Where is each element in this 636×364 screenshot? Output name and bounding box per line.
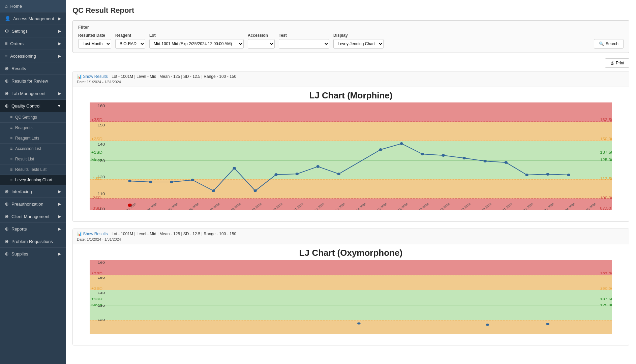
reagent-select[interactable]: BIO-RAD Other: [115, 39, 145, 49]
sidebar-item-label: Accessioning: [10, 54, 36, 59]
svg-text:125.00: 125.00: [600, 158, 612, 162]
sidebar-item-results-tests-list[interactable]: ≡ Results Tests List: [0, 164, 66, 175]
sidebar-item-label: Home: [10, 4, 22, 9]
svg-text:150: 150: [97, 276, 105, 279]
chart-morphine-wrap: +3SD +2SD +1SD Mean -1SD -2SD -3SD 162.5…: [73, 102, 629, 221]
sidebar-item-preauthorization[interactable]: ⊕ Preauthorization ▶: [0, 198, 66, 210]
svg-point-42: [379, 148, 382, 151]
test-field: Test: [279, 33, 329, 49]
svg-point-43: [400, 142, 403, 145]
svg-point-40: [316, 165, 320, 168]
sidebar-item-label: Results: [11, 66, 26, 71]
svg-point-49: [525, 174, 528, 176]
circle-plus-icon: ⊕: [5, 103, 9, 109]
chevron-icon: ▶: [58, 227, 61, 231]
svg-point-36: [233, 167, 236, 170]
sidebar-item-reagent-lots[interactable]: ≡ Reagent Lots: [0, 133, 66, 144]
sidebar-item-result-list[interactable]: ≡ Result List: [0, 154, 66, 164]
svg-text:-2SD: -2SD: [91, 196, 101, 200]
svg-point-34: [191, 179, 194, 181]
print-button[interactable]: 🖨 Print: [605, 58, 629, 68]
user-icon: 👤: [5, 16, 10, 21]
test-label: Test: [279, 33, 329, 38]
lot-label: Lot: [149, 33, 244, 38]
sidebar-item-lab-management[interactable]: ⊕ Lab Management ▶: [0, 87, 66, 100]
chart-icon-2: 📊: [77, 232, 82, 236]
sidebar-item-levey-jenning-chart[interactable]: ≡ Levey Jenning Chart: [0, 175, 66, 185]
resulted-date-select[interactable]: Last Month This Month Last Week Custom: [78, 39, 111, 49]
circle-plus-icon: ⊕: [5, 189, 9, 194]
test-select[interactable]: [279, 39, 329, 49]
sidebar-item-interfacing[interactable]: ⊕ Interfacing ▶: [0, 185, 66, 198]
chart-icon-1: 📊: [77, 74, 82, 79]
svg-text:150.00: 150.00: [600, 287, 612, 290]
sidebar-item-label: Problem Requisitions: [11, 239, 53, 244]
chart-oxymorphone-svg: +3SD +2SD +1SD Mean 162.50 150.00 137.50…: [90, 260, 612, 334]
svg-rect-0: [90, 102, 612, 122]
chart-oxymorphone-lot-info: Lot - 1001M | Level - Mid | Mean - 125 |…: [112, 232, 236, 236]
svg-text:150: 150: [97, 123, 105, 127]
sidebar-item-results-for-review[interactable]: ⊕ Results for Review: [0, 75, 66, 87]
circle-plus-icon: ⊕: [5, 226, 9, 232]
chevron-icon: ▶: [58, 54, 61, 58]
gear-icon: ⚙: [5, 28, 9, 34]
print-button-label: Print: [616, 61, 624, 65]
filter-box: Filter Resulted Date Last Month This Mon…: [72, 20, 629, 53]
printer-icon: 🖨: [610, 61, 614, 65]
search-button[interactable]: 🔍 Search: [594, 39, 624, 49]
svg-point-38: [274, 173, 278, 176]
sidebar-sub-item-label: Results Tests List: [15, 167, 47, 172]
sidebar-item-reagents[interactable]: ≡ Reagents: [0, 123, 66, 133]
sidebar-item-client-management[interactable]: ⊕ Client Management ▶: [0, 210, 66, 223]
accession-label: Accession: [248, 33, 275, 38]
reagent-label: Reagent: [115, 33, 145, 38]
accession-select[interactable]: [248, 39, 275, 49]
sidebar-item-supplies[interactable]: ⊕ Supplies ▶: [0, 248, 66, 260]
home-icon: ⌂: [5, 3, 7, 9]
sidebar-item-results[interactable]: ⊕ Results: [0, 62, 66, 75]
svg-text:130: 130: [97, 304, 105, 307]
sidebar-item-label: Lab Management: [11, 91, 46, 96]
svg-text:+2SD: +2SD: [91, 287, 102, 290]
sidebar-item-qc-settings[interactable]: ≡ QC Settings: [0, 112, 66, 123]
sidebar-item-accession-list[interactable]: ≡ Accession List: [0, 144, 66, 154]
sidebar-item-problem-requisitions[interactable]: ⊕ Problem Requisitions: [0, 235, 66, 248]
chevron-down-icon: ▼: [57, 104, 61, 108]
lot-field: Lot Mid-1001 Mid (Exp 2/25/2024 12:00:00…: [149, 33, 244, 49]
sidebar-item-reports[interactable]: ⊕ Reports ▶: [0, 223, 66, 235]
sidebar-sub-item-label: Reagents: [15, 125, 32, 130]
filter-label: Filter: [78, 25, 624, 30]
show-results-link-2[interactable]: 📊 Show Results: [77, 232, 109, 236]
sidebar-item-label: Orders: [10, 41, 24, 46]
sidebar-item-quality-control[interactable]: ⊕ Quality Control ▼: [0, 100, 66, 112]
circle-plus-icon: ⊕: [5, 239, 9, 244]
sidebar: ⌂ Home 👤 Access Management ▶ ⚙ Settings …: [0, 0, 66, 364]
chart-oxymorphone-header: 📊 Show Results Lot - 1001M | Level - Mid…: [73, 229, 629, 244]
circle-plus-icon: ⊕: [5, 201, 9, 207]
svg-point-98: [486, 324, 489, 326]
lot-select[interactable]: Mid-1001 Mid (Exp 2/25/2024 12:00:00 AM): [149, 39, 244, 49]
display-select[interactable]: Levey Jenning Chart Table: [333, 39, 384, 49]
svg-text:160: 160: [97, 261, 105, 264]
sidebar-item-accessioning[interactable]: ≡ Accessioning ▶: [0, 50, 66, 62]
svg-rect-79: [90, 320, 612, 334]
svg-rect-1: [90, 122, 612, 141]
chart-morphine-title: LJ Chart (Morphine): [73, 87, 629, 102]
filter-row: Resulted Date Last Month This Month Last…: [78, 33, 624, 49]
svg-text:140: 140: [97, 142, 105, 147]
list-icon: ≡: [10, 136, 12, 141]
svg-text:120: 120: [97, 175, 105, 179]
chart-oxymorphone-date: Date: 1/1/2024 - 1/31/2024: [77, 237, 625, 241]
svg-rect-77: [90, 275, 612, 290]
sidebar-item-home[interactable]: ⌂ Home: [0, 0, 66, 12]
svg-text:100.00: 100.00: [600, 196, 612, 200]
svg-point-35: [212, 189, 215, 192]
chart-oxymorphone-title: LJ Chart (Oxymorphone): [73, 244, 629, 260]
show-results-link-1[interactable]: 📊 Show Results: [77, 74, 109, 79]
svg-point-37: [253, 189, 257, 192]
sidebar-item-access-management[interactable]: 👤 Access Management ▶: [0, 12, 66, 25]
chart-morphine-header: 📊 Show Results Lot - 1001M | Level - Mid…: [73, 71, 629, 87]
sidebar-item-orders[interactable]: ≡ Orders ▶: [0, 37, 66, 50]
svg-text:150.00: 150.00: [600, 137, 612, 141]
sidebar-item-settings[interactable]: ⚙ Settings ▶: [0, 25, 66, 37]
